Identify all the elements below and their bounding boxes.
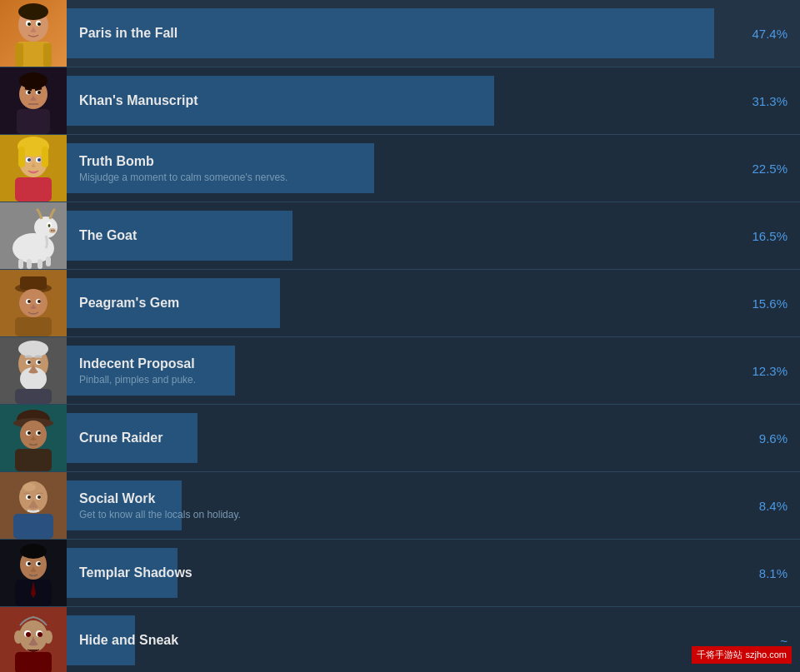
content-the-goat: The Goat — [67, 211, 742, 261]
svg-point-91 — [14, 630, 22, 644]
achievement-percentage-indecent-proposal: 12.3% — [742, 364, 800, 378]
svg-rect-10 — [43, 43, 52, 67]
achievement-percentage-paris-in-the-fall: 47.4% — [742, 27, 800, 41]
avatar-khans-manuscript — [0, 67, 67, 134]
svg-point-81 — [28, 562, 31, 565]
avatar-crune-raider — [0, 405, 67, 471]
svg-point-27 — [38, 158, 41, 162]
achievement-subtitle-indecent-proposal: Pinball, pimples and puke. — [79, 374, 729, 386]
svg-point-13 — [19, 72, 48, 89]
achievement-percentage-truth-bomb: 22.5% — [742, 162, 800, 176]
achievement-title-crune-raider: Crune Raider — [79, 431, 729, 446]
svg-point-65 — [28, 431, 31, 435]
content-truth-bomb: Truth Bomb Misjudge a moment to calm som… — [67, 143, 742, 193]
svg-point-44 — [19, 289, 48, 317]
svg-rect-40 — [46, 256, 51, 266]
achievement-title-paris-in-the-fall: Paris in the Fall — [79, 26, 729, 41]
svg-rect-28 — [15, 177, 52, 202]
content-paris-in-the-fall: Paris in the Fall — [67, 8, 742, 58]
achievement-row-truth-bomb[interactable]: Truth Bomb Misjudge a moment to calm som… — [0, 135, 800, 202]
achievement-row-paris-in-the-fall[interactable]: Paris in the Fall 47.4% — [0, 0, 800, 67]
achievement-row-social-work[interactable]: Social Work Get to know all the locals o… — [0, 472, 800, 540]
svg-rect-23 — [42, 147, 48, 167]
content-indecent-proposal: Indecent Proposal Pinball, pimples and p… — [67, 346, 742, 396]
achievement-percentage-templar-shadows: 8.1% — [742, 566, 800, 580]
avatar-hide-and-sneak — [0, 607, 67, 672]
achievement-row-khans-manuscript[interactable]: Khan's Manuscript 31.3% — [0, 67, 800, 135]
svg-rect-9 — [15, 43, 23, 67]
svg-point-70 — [22, 483, 36, 491]
svg-point-78 — [20, 544, 47, 559]
svg-point-36 — [53, 230, 55, 231]
content-hide-and-sneak: Hide and Sneak — [67, 615, 742, 665]
achievement-percentage-social-work: 8.4% — [742, 499, 800, 513]
svg-rect-67 — [15, 449, 52, 471]
achievement-title-peagrams-gem: Peagram's Gem — [79, 296, 729, 311]
svg-point-90 — [38, 632, 42, 637]
svg-point-17 — [38, 91, 41, 94]
svg-rect-22 — [18, 147, 25, 167]
achievement-percentage-hide-and-sneak: ~ — [742, 634, 800, 648]
svg-point-47 — [28, 300, 31, 303]
svg-rect-75 — [13, 514, 53, 539]
svg-point-33 — [48, 224, 51, 227]
achievement-row-peagrams-gem[interactable]: Peagram's Gem 15.6% — [0, 270, 800, 337]
svg-rect-49 — [15, 317, 52, 336]
svg-point-7 — [38, 22, 41, 26]
achievement-title-social-work: Social Work — [79, 491, 729, 506]
achievement-percentage-peagrams-gem: 15.6% — [742, 296, 800, 311]
avatar-templar-shadows — [0, 540, 67, 606]
svg-point-3 — [18, 3, 48, 20]
avatar-indecent-proposal — [0, 337, 67, 404]
achievement-subtitle-truth-bomb: Misjudge a moment to calm someone's nerv… — [79, 172, 729, 183]
svg-rect-38 — [27, 259, 32, 269]
avatar-social-work — [0, 472, 67, 539]
svg-point-26 — [28, 158, 31, 162]
svg-point-74 — [38, 495, 41, 499]
svg-point-82 — [38, 562, 41, 565]
svg-rect-37 — [18, 259, 23, 269]
achievement-title-truth-bomb: Truth Bomb — [79, 154, 729, 169]
achievement-percentage-khans-manuscript: 31.3% — [742, 94, 800, 108]
achievement-title-the-goat: The Goat — [79, 228, 729, 243]
svg-point-89 — [26, 632, 31, 637]
avatar-peagrams-gem — [0, 270, 67, 336]
svg-point-31 — [34, 217, 58, 238]
content-peagrams-gem: Peagram's Gem — [67, 278, 742, 328]
achievement-row-templar-shadows[interactable]: Templar Shadows 8.1% — [0, 540, 800, 607]
svg-point-57 — [38, 361, 41, 364]
svg-rect-39 — [38, 259, 42, 269]
svg-point-73 — [28, 495, 31, 499]
content-social-work: Social Work Get to know all the locals o… — [67, 480, 742, 530]
achievement-percentage-crune-raider: 9.6% — [742, 431, 800, 446]
svg-rect-58 — [15, 389, 52, 404]
avatar-the-goat — [0, 202, 67, 269]
achievement-title-hide-and-sneak: Hide and Sneak — [79, 633, 729, 648]
content-templar-shadows: Templar Shadows — [67, 548, 742, 598]
content-crune-raider: Crune Raider — [67, 413, 742, 463]
svg-point-92 — [44, 630, 52, 644]
achievement-row-indecent-proposal[interactable]: Indecent Proposal Pinball, pimples and p… — [0, 337, 800, 405]
svg-rect-93 — [15, 652, 52, 672]
svg-point-6 — [28, 22, 31, 26]
achievement-title-khans-manuscript: Khan's Manuscript — [79, 93, 729, 108]
svg-rect-18 — [17, 109, 50, 134]
content-khans-manuscript: Khan's Manuscript — [67, 76, 742, 126]
svg-point-16 — [28, 91, 31, 94]
svg-point-66 — [38, 431, 41, 435]
achievement-title-indecent-proposal: Indecent Proposal — [79, 356, 729, 371]
achievement-subtitle-social-work: Get to know all the locals on holiday. — [79, 509, 729, 520]
avatar-truth-bomb — [0, 135, 67, 202]
watermark: 千将手游站 szjho.com — [692, 646, 792, 664]
svg-rect-43 — [20, 276, 47, 290]
achievement-title-templar-shadows: Templar Shadows — [79, 565, 729, 580]
svg-point-56 — [28, 361, 31, 364]
achievement-row-hide-and-sneak[interactable]: Hide and Sneak ~ — [0, 607, 800, 672]
achievement-percentage-the-goat: 16.5% — [742, 229, 800, 243]
svg-point-52 — [18, 341, 48, 357]
svg-point-35 — [51, 230, 52, 231]
svg-point-48 — [38, 300, 41, 303]
achievement-row-crune-raider[interactable]: Crune Raider 9.6% — [0, 405, 800, 472]
achievement-row-the-goat[interactable]: The Goat 16.5% — [0, 202, 800, 270]
avatar-paris-in-the-fall — [0, 0, 67, 67]
